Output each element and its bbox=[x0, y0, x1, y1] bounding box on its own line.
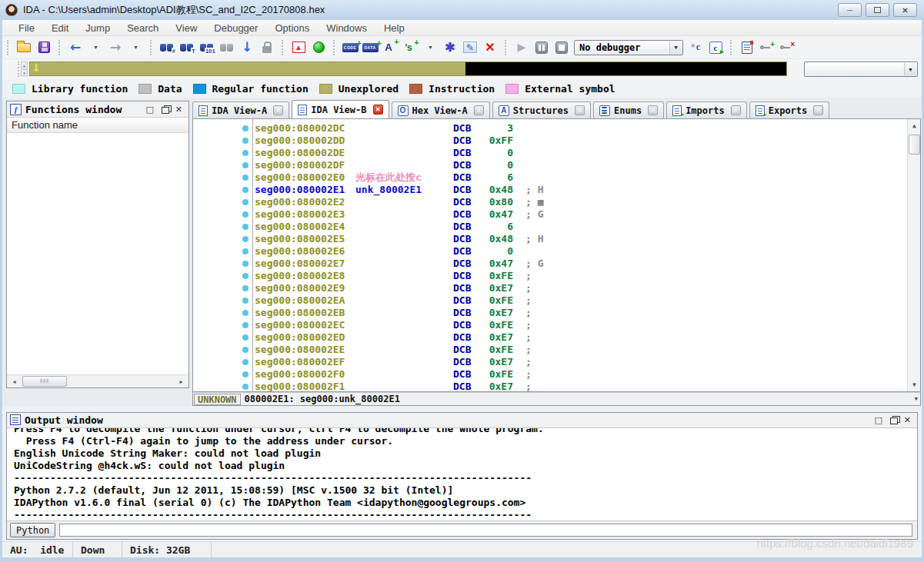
navband-loaded-segment[interactable] bbox=[465, 62, 786, 75]
disasm-line[interactable]: seg000:080002E6DCB0 bbox=[193, 245, 920, 258]
function-name-column-header[interactable]: Function name bbox=[7, 118, 188, 133]
menu-search[interactable]: Search bbox=[118, 22, 167, 34]
disasm-line[interactable]: seg000:080002DDDCB0xFF bbox=[193, 135, 920, 147]
panel-maximize-icon[interactable]: □ bbox=[874, 416, 882, 424]
menu-windows[interactable]: Windows bbox=[318, 22, 375, 34]
tab-close-icon[interactable]: ✕ bbox=[373, 105, 383, 115]
disasm-line[interactable]: seg000:080002EADCB0xFE; bbox=[193, 294, 920, 307]
navigation-band[interactable]: ↓ bbox=[29, 62, 787, 76]
navigate-back-button[interactable]: ← bbox=[66, 38, 85, 57]
tab-close-icon[interactable]: ✕ bbox=[648, 105, 658, 115]
undefine-button[interactable]: ✕ bbox=[481, 38, 499, 57]
make-array-button[interactable]: ✱ bbox=[441, 38, 459, 57]
chevron-down-icon[interactable]: ▼ bbox=[669, 42, 682, 54]
navigate-forward-button[interactable]: → bbox=[106, 38, 125, 57]
functions-list[interactable] bbox=[7, 133, 188, 374]
edit-function-button[interactable]: ✎ bbox=[461, 38, 479, 57]
disasm-line[interactable]: seg000:080002EBDCB0xE7; bbox=[193, 307, 920, 319]
key-remove-button[interactable]: × bbox=[778, 38, 796, 57]
panel-maximize-icon[interactable]: □ bbox=[145, 105, 153, 114]
debugger-start-button[interactable]: ▶ bbox=[512, 38, 531, 57]
disasm-line[interactable]: seg000:080002E0光标在此处按cDCB6 bbox=[193, 171, 920, 184]
menu-view[interactable]: View bbox=[167, 22, 205, 34]
disasm-line[interactable]: seg000:080002E1unk_80002E1DCB0x48; H bbox=[193, 184, 920, 196]
minimize-button[interactable]: ─ bbox=[838, 3, 862, 17]
scroll-up-icon[interactable]: ▲ bbox=[909, 120, 920, 131]
tab-close-icon[interactable]: ✕ bbox=[273, 105, 283, 115]
menu-debugger[interactable]: Debugger bbox=[205, 22, 266, 34]
key-add-button[interactable]: + bbox=[758, 38, 776, 57]
decompile-button[interactable]: c▸ bbox=[706, 38, 725, 57]
panel-close-icon[interactable]: ✕ bbox=[175, 105, 182, 114]
hscroll-thumb[interactable]: ⦀⦀⦀ bbox=[22, 376, 67, 387]
disasm-line[interactable]: seg000:080002E3DCB0x47; G bbox=[193, 208, 920, 221]
lock-search-button[interactable] bbox=[258, 38, 276, 57]
jump-to-name-button[interactable]: T bbox=[178, 38, 196, 57]
disassembly-vscrollbar[interactable]: ▲ ▼ bbox=[907, 119, 920, 391]
make-string-dropdown-button[interactable]: ▼ bbox=[421, 38, 439, 57]
functions-hscrollbar[interactable]: ◂ ⦀⦀⦀ ▸ bbox=[7, 374, 188, 387]
disasm-line[interactable]: seg000:080002DFDCB0 bbox=[193, 159, 920, 171]
scroll-left-icon[interactable]: ◂ bbox=[8, 376, 20, 387]
make-code-button[interactable]: CODE+ bbox=[341, 38, 359, 57]
tab-close-icon[interactable]: ✕ bbox=[575, 105, 585, 115]
disasm-line[interactable]: seg000:080002F0DCB0xFE; bbox=[193, 368, 920, 381]
disasm-line[interactable]: seg000:080002DEDCB0 bbox=[193, 147, 920, 159]
open-file-button[interactable] bbox=[15, 38, 33, 57]
tab-imports[interactable]: ◂Imports✕ bbox=[666, 101, 747, 118]
search-text-button[interactable] bbox=[218, 38, 236, 57]
compile-c-button[interactable]: *c bbox=[686, 38, 705, 57]
make-data-button[interactable]: DATA+ bbox=[361, 38, 379, 57]
menu-file[interactable]: File bbox=[10, 22, 43, 34]
close-button[interactable]: ✕ bbox=[893, 3, 917, 17]
tab-ida-view-a[interactable]: IDA View-A✕ bbox=[192, 101, 289, 118]
jump-to-value-button[interactable]: 101 bbox=[198, 38, 216, 57]
tab-close-icon[interactable]: ✕ bbox=[731, 105, 741, 115]
tab-ida-view-b[interactable]: IDA View-B✕ bbox=[292, 100, 389, 118]
jump-to-address-button[interactable]: # bbox=[158, 38, 176, 57]
python-button[interactable]: Python bbox=[10, 523, 55, 537]
disasm-line[interactable]: seg000:080002E2DCB0x80; ■ bbox=[193, 196, 920, 208]
panel-float-icon[interactable] bbox=[890, 417, 896, 423]
menu-help[interactable]: Help bbox=[375, 22, 413, 34]
disasm-line[interactable]: seg000:080002E4DCB6 bbox=[193, 221, 920, 233]
output-window-titlebar[interactable]: Output window □ ✕ bbox=[7, 413, 917, 428]
disasm-line[interactable]: seg000:080002EEDCB0xFE; bbox=[193, 344, 920, 356]
disasm-line[interactable]: seg000:080002DCDCB3 bbox=[193, 122, 920, 135]
menu-jump[interactable]: Jump bbox=[77, 22, 118, 34]
functions-window-titlebar[interactable]: f Functions window □ ✕ bbox=[7, 101, 188, 118]
disasm-line[interactable]: seg000:080002E5DCB0x48; H bbox=[193, 233, 920, 245]
tab-exports[interactable]: ▸Exports✕ bbox=[749, 101, 830, 118]
save-file-button[interactable] bbox=[35, 38, 53, 57]
disasm-line[interactable]: seg000:080002E9DCB0xE7; bbox=[193, 282, 920, 294]
menu-options[interactable]: Options bbox=[266, 22, 318, 34]
tab-enums[interactable]: Enums✕ bbox=[593, 101, 664, 118]
debugger-select[interactable]: No debugger▼ bbox=[574, 40, 683, 55]
jump-next-button[interactable]: ↓ bbox=[238, 38, 256, 57]
navband-down-button[interactable]: ▾ bbox=[21, 69, 28, 76]
chevron-down-icon[interactable]: ▼ bbox=[915, 396, 918, 402]
make-name-button[interactable]: A+ bbox=[381, 38, 399, 57]
menu-edit[interactable]: Edit bbox=[43, 22, 77, 34]
disasm-line[interactable]: seg000:080002EDDCB0xE7; bbox=[193, 331, 920, 344]
disasm-line[interactable]: seg000:080002E7DCB0x47; G bbox=[193, 258, 920, 270]
scroll-down-icon[interactable]: ▼ bbox=[909, 379, 920, 391]
vscroll-thumb[interactable] bbox=[909, 135, 920, 155]
disasm-line[interactable]: seg000:080002E8DCB0xFE; bbox=[193, 270, 920, 282]
analysis-indicator-button[interactable] bbox=[309, 38, 328, 57]
debugger-stop-button[interactable] bbox=[552, 38, 571, 57]
disasm-line[interactable]: seg000:080002F1DCB0xE7; bbox=[193, 381, 920, 392]
panel-close-icon[interactable]: ✕ bbox=[904, 416, 911, 424]
make-string-button[interactable]: ’s+ bbox=[401, 38, 419, 57]
tab-close-icon[interactable]: ✕ bbox=[474, 105, 484, 115]
tab-structures[interactable]: AStructures✕ bbox=[492, 101, 591, 118]
scroll-right-icon[interactable]: ▸ bbox=[175, 376, 187, 387]
maximize-button[interactable] bbox=[866, 3, 889, 17]
database-notepad-button[interactable] bbox=[738, 38, 756, 57]
output-log[interactable]: Press F4 to decompile the function under… bbox=[7, 428, 917, 520]
tab-close-icon[interactable]: ✕ bbox=[813, 105, 823, 115]
panel-float-icon[interactable] bbox=[162, 107, 168, 112]
disasm-line[interactable]: seg000:080002EFDCB0xE7; bbox=[193, 356, 920, 368]
chevron-down-icon[interactable]: ▼ bbox=[904, 63, 916, 75]
python-command-input[interactable] bbox=[59, 524, 912, 537]
